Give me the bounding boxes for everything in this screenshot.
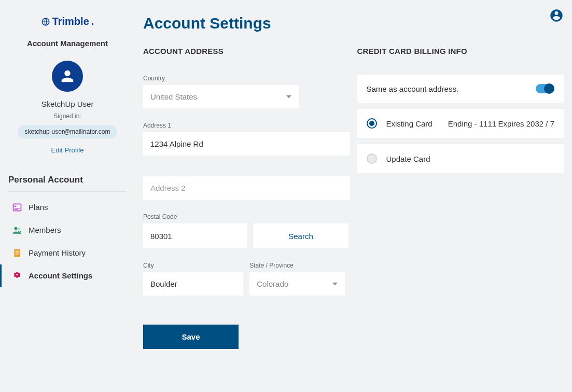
country-label: Country: [143, 75, 350, 82]
nav-members[interactable]: Members: [0, 219, 135, 242]
page-title: Account Settings: [143, 15, 564, 32]
city-label: City: [143, 262, 243, 269]
state-label: State / Province: [249, 262, 350, 269]
state-select[interactable]: Colorado: [249, 272, 345, 296]
chevron-down-icon: [286, 95, 291, 98]
account-address-column: ACCOUNT ADDRESS Country United States Ad…: [143, 47, 350, 349]
chevron-down-icon: [332, 283, 338, 285]
account-circle-icon: [549, 8, 564, 23]
svg-rect-12: [16, 253, 19, 253]
svg-point-5: [15, 227, 18, 230]
nav-account-settings-label: Account Settings: [29, 271, 92, 280]
account-settings-icon: [12, 271, 22, 281]
nav-plans-label: Plans: [29, 203, 48, 212]
address1-label: Address 1: [143, 122, 350, 129]
address1-input[interactable]: [143, 132, 350, 156]
main-content: Account Settings ACCOUNT ADDRESS Country…: [135, 0, 572, 392]
postal-label: Postal Code: [143, 213, 350, 220]
person-icon: [59, 67, 76, 85]
billing-column: CREDIT CARD BILLING INFO Same as account…: [357, 47, 564, 349]
existing-card-label: Existing Card: [386, 119, 433, 128]
sidebar: Trimble. Account Management SketchUp Use…: [0, 0, 135, 392]
search-button[interactable]: Search: [253, 223, 348, 248]
trimble-globe-icon: [41, 17, 50, 26]
signed-in-label: Signed in:: [0, 113, 135, 120]
svg-rect-2: [15, 205, 16, 207]
svg-rect-11: [16, 250, 19, 251]
plans-icon: [12, 202, 22, 213]
brand-logo: Trimble.: [0, 16, 135, 29]
same-as-address-row: Same as account address.: [357, 75, 564, 103]
sidebar-divider: [8, 191, 127, 192]
existing-card-radio[interactable]: [367, 118, 377, 129]
nav-account-settings[interactable]: Account Settings: [0, 264, 135, 287]
payment-history-icon: [12, 248, 22, 258]
existing-card-row[interactable]: Existing Card Ending - 1111 Expires 2032…: [357, 109, 564, 138]
card-expires: Expires 2032 / 7: [498, 119, 554, 128]
save-button[interactable]: Save: [143, 325, 239, 349]
user-avatar: [52, 61, 83, 92]
address2-input[interactable]: [143, 176, 350, 200]
same-as-toggle[interactable]: [536, 84, 554, 93]
same-as-label: Same as account address.: [367, 85, 459, 93]
user-name: SketchUp User: [0, 100, 135, 108]
city-input[interactable]: [143, 272, 243, 296]
user-email-pill[interactable]: sketchup-user@mailinator.com: [18, 125, 118, 138]
brand-name: Trimble: [52, 16, 89, 27]
edit-profile-link[interactable]: Edit Profile: [0, 146, 135, 154]
update-card-label: Update Card: [386, 155, 430, 163]
nav-members-label: Members: [29, 226, 61, 234]
update-card-radio[interactable]: [367, 153, 377, 164]
nav-plans[interactable]: Plans: [0, 196, 135, 219]
nav-payment-history-label: Payment History: [29, 248, 86, 257]
billing-header: CREDIT CARD BILLING INFO: [357, 47, 564, 63]
account-address-header: ACCOUNT ADDRESS: [143, 47, 350, 63]
country-value: United States: [150, 92, 197, 101]
state-value: Colorado: [257, 279, 288, 288]
top-profile-button[interactable]: [549, 8, 564, 23]
postal-input[interactable]: [143, 223, 247, 248]
svg-point-14: [16, 273, 18, 275]
country-select[interactable]: United States: [143, 85, 299, 108]
nav-payment-history[interactable]: Payment History: [0, 242, 135, 264]
svg-rect-13: [16, 254, 18, 255]
members-icon: [12, 225, 22, 235]
card-ending: Ending - 1111: [448, 119, 496, 128]
update-card-row[interactable]: Update Card: [357, 144, 564, 173]
svg-point-6: [18, 228, 20, 230]
account-management-label: Account Management: [0, 39, 135, 48]
personal-account-header: Personal Account: [0, 175, 135, 191]
